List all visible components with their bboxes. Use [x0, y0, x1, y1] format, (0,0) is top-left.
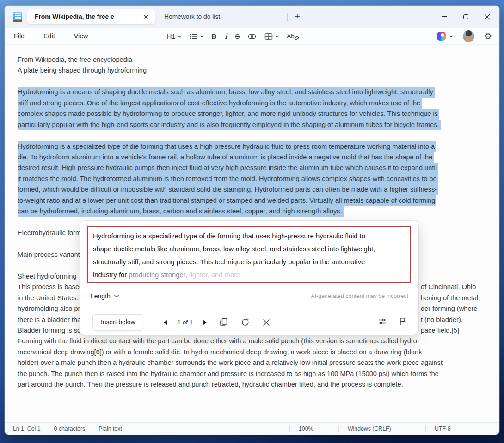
doc-line: Hydroforming is a means of shaping ducti…: [18, 87, 435, 97]
account-avatar[interactable]: [463, 30, 474, 42]
generated-line: Hydroforming is a specialized type of di…: [93, 230, 405, 243]
sliders-icon: [378, 318, 387, 325]
doc-line: A plate being shaped through hydroformin…: [18, 65, 499, 76]
bold-button[interactable]: B: [212, 32, 217, 40]
link-icon: [247, 33, 257, 40]
link-button[interactable]: [247, 33, 257, 40]
popup-action-bar: Insert below 1 of 1: [80, 309, 418, 335]
character-count: 0 characters: [47, 425, 92, 432]
settings-gear-icon[interactable]: ⚙: [484, 32, 492, 41]
close-button[interactable]: [476, 7, 498, 26]
doc-line: [18, 130, 499, 141]
insert-below-button[interactable]: Insert below: [92, 314, 143, 331]
copilot-icon: [437, 32, 446, 41]
report-flag-button[interactable]: [399, 317, 406, 327]
doc-line: can be hydroformed, including aluminum, …: [18, 206, 344, 217]
heading-dropdown[interactable]: H1: [167, 33, 182, 40]
chevron-down-icon: [114, 295, 119, 297]
copy-icon: [220, 318, 228, 327]
close-icon: [263, 319, 270, 326]
refresh-icon: [241, 318, 250, 327]
previous-result-icon[interactable]: [164, 320, 167, 325]
menu-bar: File Edit View: [13, 31, 89, 41]
copilot-rewrite-popup: Hydroforming is a specialized type of di…: [80, 221, 418, 335]
window-controls: [434, 6, 498, 28]
toolbar-right: ⚙: [437, 28, 492, 45]
regenerate-button[interactable]: [241, 318, 250, 327]
length-dropdown[interactable]: Length: [91, 292, 119, 300]
tab-close-icon[interactable]: [140, 11, 151, 22]
new-tab-button[interactable]: +: [290, 10, 304, 24]
doc-line: desired result. High pressure hydraulic …: [18, 163, 438, 173]
chevron-down-icon: [275, 35, 279, 38]
doc-line: complex shapes made possible by hydrofor…: [18, 109, 439, 119]
dismiss-button[interactable]: [263, 319, 270, 326]
clear-formatting-button[interactable]: Ab: [287, 33, 298, 40]
minimize-icon: [442, 16, 447, 17]
maximize-icon: [463, 14, 468, 19]
flag-icon: [399, 317, 406, 325]
generating-line: industry for producing stronger, lighter…: [93, 268, 405, 281]
doc-line: die. To hydroform aluminum into a vehicl…: [18, 152, 434, 163]
tab-homework[interactable]: Homework to do list: [155, 9, 270, 24]
list-dropdown[interactable]: [190, 33, 204, 40]
formatting-toolbar: H1 B I S: [167, 28, 298, 45]
table-dropdown[interactable]: [264, 33, 279, 40]
line-ending-type: Windows (CRLF): [338, 425, 425, 432]
doc-line-fragment: of Cincinnati, Ohio: [421, 282, 476, 292]
tune-settings-button[interactable]: [378, 318, 387, 327]
status-bar: Ln 1, Col 1 0 characters Plain text 100%…: [5, 422, 499, 435]
desktop: { "window": { "tabs": [ { "label": "From…: [0, 0, 504, 443]
doc-line: the punch. The punch then is raised into…: [18, 369, 499, 379]
document-type: Plain text: [92, 425, 129, 432]
menu-view[interactable]: View: [73, 31, 89, 41]
doc-line: [18, 76, 499, 87]
doc-line: mechanical deep drawing[6]) or with a fe…: [18, 347, 499, 358]
generated-line: shape ductile metals like aluminum, bras…: [93, 243, 405, 255]
tab-wikipedia[interactable]: From Wikipedia, the free e: [27, 9, 155, 24]
doc-line-fragment: hening of the metal,: [421, 293, 480, 303]
doc-line-fragment: t (no bladder).: [421, 315, 463, 325]
maximize-button[interactable]: [455, 7, 476, 26]
doc-line-fragment: pace field.[5]: [421, 325, 459, 336]
bullet-list-icon: [190, 33, 198, 40]
doc-line: holder) over a male punch then a hydraul…: [18, 358, 499, 368]
close-icon: [484, 14, 490, 20]
menu-file[interactable]: File: [13, 31, 25, 41]
italic-button[interactable]: I: [224, 32, 227, 41]
tab-separator: [287, 13, 288, 21]
popup-right-icons: [378, 317, 406, 327]
table-icon: [264, 33, 273, 40]
menu-edit[interactable]: Edit: [43, 31, 56, 41]
encoding: UTF-8: [425, 425, 499, 432]
copy-button[interactable]: [220, 318, 228, 327]
clear-formatting-icon: [294, 36, 299, 41]
tab-label: From Wikipedia, the free e: [35, 13, 140, 20]
result-pagination: 1 of 1: [177, 319, 193, 326]
toolbar: File Edit View H1 B I S: [5, 28, 499, 45]
strikethrough-button[interactable]: S: [235, 33, 240, 40]
generated-line: structurally stiff, and strong pieces. T…: [93, 255, 405, 268]
doc-line: to-weight ratio and at a lower per unit …: [18, 195, 436, 206]
chevron-down-icon: [178, 35, 182, 38]
popup-options-row: Length AI-generated content may be incor…: [80, 283, 418, 309]
doc-line: Hydroforming is a specialized type of di…: [18, 141, 436, 152]
ai-disclaimer: AI-generated content may be incorrect: [311, 293, 408, 299]
doc-line: Forming with the fluid in direct contact…: [18, 336, 499, 346]
notepad-window: From Wikipedia, the free e Homework to d…: [5, 6, 499, 435]
doc-line: it matches the mold. The hydroformed alu…: [18, 174, 438, 184]
cursor-position: Ln 1, Col 1: [5, 425, 47, 432]
doc-line: stiff and strong pieces. One of the larg…: [18, 98, 422, 109]
doc-line: part around the punch. Then the pressure…: [18, 379, 499, 390]
next-result-icon[interactable]: [203, 320, 207, 325]
doc-line: formed, which would be difficult or impo…: [18, 184, 438, 195]
minimize-button[interactable]: [434, 7, 455, 26]
zoom-level: 100%: [289, 425, 338, 432]
chevron-down-icon: [200, 35, 204, 38]
generated-text-box: Hydroforming is a specialized type of di…: [87, 226, 411, 283]
title-bar: From Wikipedia, the free e Homework to d…: [5, 6, 499, 28]
notepad-app-icon: [13, 12, 22, 22]
doc-line: From Wikipedia, the free encyclopedia: [18, 55, 499, 65]
status-bar-right: 100% Windows (CRLF) UTF-8: [289, 425, 499, 432]
copilot-dropdown[interactable]: [437, 32, 453, 41]
